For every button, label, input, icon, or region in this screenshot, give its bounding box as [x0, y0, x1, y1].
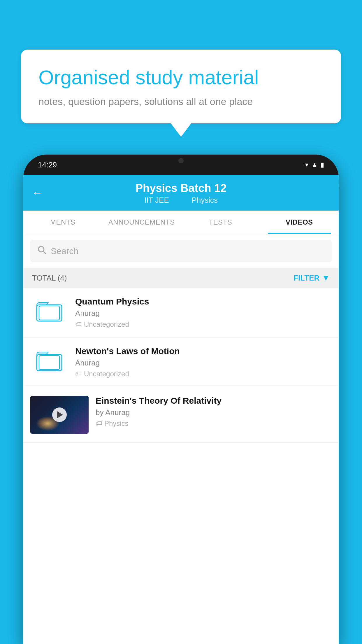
item-info-1: Quantum Physics Anurag 🏷 Uncategorized: [75, 297, 332, 328]
subtitle-sep: [179, 196, 183, 204]
item-info-2: Newton's Laws of Motion Anurag 🏷 Uncateg…: [75, 346, 332, 378]
filter-bar: TOTAL (4) FILTER ▼: [23, 268, 339, 288]
video-title-1: Quantum Physics: [75, 297, 332, 307]
tag-label-2: Uncategorized: [84, 370, 129, 378]
svg-line-1: [43, 251, 46, 254]
video-tag-2: 🏷 Uncategorized: [75, 370, 332, 378]
list-item[interactable]: Newton's Laws of Motion Anurag 🏷 Uncateg…: [23, 337, 339, 387]
search-bar[interactable]: Search: [30, 240, 332, 262]
header-subtitle: IIT JEE Physics: [32, 196, 330, 205]
signal-icon: ▲: [311, 161, 318, 169]
tab-bar: MENTS ANNOUNCEMENTS TESTS VIDEOS: [23, 211, 339, 234]
battery-icon: ▮: [321, 161, 324, 169]
item-thumbnail-3: [30, 396, 89, 434]
tag-icon-1: 🏷: [75, 321, 82, 328]
bubble-subtitle: notes, question papers, solutions all at…: [38, 96, 324, 107]
video-list: Quantum Physics Anurag 🏷 Uncategorized: [23, 288, 339, 443]
subtitle-physics: Physics: [191, 196, 218, 204]
svg-rect-5: [39, 356, 59, 370]
status-icons: ▾ ▲ ▮: [305, 161, 324, 169]
phone-frame: 14:29 ▾ ▲ ▮ ← Physics Batch 12 IIT JEE P…: [23, 155, 339, 644]
svg-point-0: [38, 246, 44, 252]
video-author-1: Anurag: [75, 309, 332, 318]
search-icon: [37, 245, 47, 257]
tab-ments[interactable]: MENTS: [23, 211, 102, 234]
video-tag-3: 🏷 Physics: [96, 419, 332, 428]
camera: [178, 158, 184, 163]
list-item[interactable]: Quantum Physics Anurag 🏷 Uncategorized: [23, 288, 339, 337]
speech-bubble: Organised study material notes, question…: [21, 50, 341, 123]
item-thumbnail-2: [30, 346, 68, 375]
tag-label-1: Uncategorized: [84, 320, 129, 328]
play-icon: [57, 411, 63, 418]
bubble-title: Organised study material: [38, 66, 324, 90]
video-author-2: Anurag: [75, 358, 332, 368]
list-item[interactable]: Einstein's Theory Of Relativity by Anura…: [23, 387, 339, 443]
header-title: Physics Batch 12: [32, 182, 330, 195]
phone-notch: [161, 155, 201, 167]
tab-announcements[interactable]: ANNOUNCEMENTS: [102, 211, 181, 234]
filter-button[interactable]: FILTER ▼: [294, 273, 330, 283]
item-thumbnail-1: [30, 297, 68, 326]
play-button[interactable]: [52, 407, 67, 422]
video-title-2: Newton's Laws of Motion: [75, 346, 332, 356]
tab-tests[interactable]: TESTS: [181, 211, 260, 234]
filter-label: FILTER: [294, 274, 319, 283]
status-bar: 14:29 ▾ ▲ ▮: [23, 155, 339, 175]
search-placeholder: Search: [51, 246, 78, 256]
tag-icon-2: 🏷: [75, 370, 82, 378]
tag-icon-3: 🏷: [96, 420, 102, 427]
phone-screen: ← Physics Batch 12 IIT JEE Physics MENTS…: [23, 175, 339, 644]
status-time: 14:29: [38, 160, 57, 169]
video-tag-1: 🏷 Uncategorized: [75, 320, 332, 328]
subtitle-iitjee: IIT JEE: [144, 196, 169, 204]
item-info-3: Einstein's Theory Of Relativity by Anura…: [96, 396, 332, 428]
app-header: ← Physics Batch 12 IIT JEE Physics: [23, 175, 339, 211]
back-button[interactable]: ←: [32, 187, 43, 199]
svg-rect-3: [39, 306, 59, 320]
filter-icon: ▼: [322, 273, 330, 283]
tag-label-3: Physics: [104, 419, 129, 428]
video-title-3: Einstein's Theory Of Relativity: [96, 396, 332, 406]
total-count: TOTAL (4): [32, 274, 67, 283]
tab-videos[interactable]: VIDEOS: [260, 211, 339, 234]
wifi-icon: ▾: [305, 161, 308, 169]
video-author-3: by Anurag: [96, 408, 332, 417]
